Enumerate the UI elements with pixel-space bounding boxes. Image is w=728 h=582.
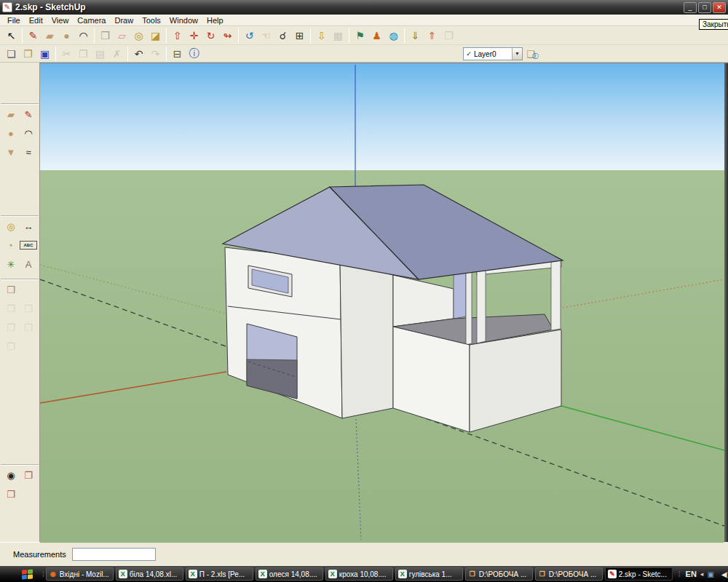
push-pull-tool[interactable]: ⇧	[169, 28, 186, 44]
tape-measure-tool[interactable]: ◎	[130, 28, 147, 44]
toolbar-separator	[22, 28, 23, 43]
task-excel-gulivska[interactable]: Xгулівська 1...	[395, 567, 463, 581]
orbit-tool[interactable]: ↺	[241, 28, 258, 44]
axes-tool[interactable]: ✳	[2, 255, 20, 274]
look-around-tool[interactable]: ◉	[2, 466, 20, 485]
palette-row: ●◠	[2, 124, 37, 143]
make-component-tool-icon: ❒	[100, 30, 110, 41]
language-indicator[interactable]: EN	[686, 570, 697, 578]
palette-row: ▼≈	[2, 143, 37, 162]
rectangle-tool[interactable]: ▰	[41, 28, 58, 44]
start-button[interactable]	[22, 569, 33, 579]
task-folder-robocha-2[interactable]: ❐D:\РОБОЧА ...	[535, 567, 603, 581]
open-button[interactable]: ❐	[20, 46, 36, 62]
windows-flag-pane	[22, 575, 27, 579]
tape-measure-tool[interactable]: ◎	[2, 217, 20, 236]
select-tool[interactable]: ↖	[3, 28, 20, 44]
eraser-tool[interactable]: ▱	[114, 28, 130, 44]
menu-draw[interactable]: Draw	[110, 16, 138, 25]
toolbar-separator	[238, 28, 239, 43]
zoom-extents-tool[interactable]: ⊞	[291, 28, 308, 44]
menu-window[interactable]: Window	[165, 16, 202, 25]
task-folder-robocha-1[interactable]: ❐D:\РОБОЧА ...	[465, 567, 533, 581]
undo-button[interactable]: ↶	[130, 46, 147, 62]
polygon-tool[interactable]: ▼	[2, 143, 20, 162]
share-model-tool[interactable]: ⇑	[424, 28, 440, 44]
get-models-tool-icon: ⇓	[411, 30, 420, 41]
chevron-down-icon[interactable]: ▼	[512, 48, 522, 60]
rectangle-tool[interactable]: ▰	[2, 105, 20, 124]
make-component-tool[interactable]: ❒	[97, 28, 114, 44]
get-current-view-tool[interactable]: ⇩	[313, 28, 330, 44]
volume-icon[interactable]: ◀))	[718, 570, 728, 578]
measurements-input[interactable]	[72, 548, 156, 561]
viewport-right-border	[724, 63, 728, 542]
zoom-extents-tool-icon: ⊞	[296, 30, 304, 41]
viewport	[40, 63, 728, 542]
model-info-button[interactable]: ⓘ	[186, 46, 202, 62]
photo-match-tool[interactable]: ⚑	[352, 28, 368, 44]
print-button[interactable]: ⊟	[169, 46, 186, 62]
task-label: D:\РОБОЧА ...	[549, 570, 596, 578]
save-button[interactable]: ▣	[36, 46, 53, 62]
tray-expand-icon[interactable]: ◂	[700, 570, 704, 578]
palette-row: ✳A	[2, 255, 37, 274]
windows-flag-pane	[22, 570, 27, 574]
layer-manager-button[interactable]: ❑ ⓘ	[523, 49, 539, 60]
section-cut-tool[interactable]: ❒	[2, 485, 20, 503]
line-tool[interactable]: ✎	[20, 105, 37, 124]
close-button[interactable]: ✕	[713, 2, 726, 13]
display-icon[interactable]: ▣	[707, 570, 713, 578]
menu-edit[interactable]: Edit	[25, 16, 47, 25]
protractor-tool[interactable]: ◔	[1, 236, 19, 255]
google-earth-tool[interactable]: ◍	[385, 28, 402, 44]
main-area: ▰✎●◠▼≈◎↔◔ABC✳A❒❐❒❐❒❐◉❐❒	[0, 63, 728, 542]
offset-tool[interactable]: ↬	[219, 28, 236, 44]
arc-tool[interactable]: ◠	[20, 124, 37, 143]
new-button-icon: ❏	[7, 48, 16, 60]
get-models-tool[interactable]: ⇓	[407, 28, 424, 44]
palette-section-3: ❒❐❒❐❒❐	[1, 279, 39, 356]
task-sketchup[interactable]: ✎2.skp - Sketc...	[605, 567, 673, 581]
select-tool-icon: ↖	[7, 30, 16, 41]
zoom-tool[interactable]: ☌	[274, 28, 291, 44]
text-tool[interactable]: ABC	[20, 241, 37, 250]
menu-view[interactable]: View	[47, 16, 74, 25]
menu-camera[interactable]: Camera	[73, 16, 110, 25]
system-tray: ⁞ EN ◂ ▣ ◀)) 14:58	[675, 570, 728, 578]
menu-tools[interactable]: Tools	[138, 16, 165, 25]
menu-file[interactable]: File	[3, 16, 25, 25]
cut-button-icon: ✂	[63, 48, 71, 60]
menu-help[interactable]: Help	[202, 16, 228, 25]
pan-tool[interactable]: ☜	[258, 28, 274, 44]
task-excel-p2[interactable]: XП - 2.xls [Ре...	[186, 567, 253, 581]
minimize-button[interactable]: _	[684, 2, 697, 13]
freehand-tool[interactable]: ≈	[20, 143, 37, 162]
rotate-tool[interactable]: ↻	[202, 28, 219, 44]
task-excel-olesya[interactable]: Xолеся 14,08....	[256, 567, 323, 581]
layer-dropdown[interactable]: ✓ Layer0 ▼	[463, 47, 523, 60]
circle-tool[interactable]: ●	[58, 28, 75, 44]
threed-text-tool[interactable]: A	[20, 255, 37, 274]
toolbar-separator	[310, 28, 311, 43]
split-tool: ❐	[2, 337, 20, 356]
line-tool[interactable]: ✎	[25, 28, 41, 44]
circle-tool[interactable]: ●	[2, 124, 20, 143]
task-excel-kroha[interactable]: Xкроха 10,08....	[325, 567, 393, 581]
outer-shell-tool[interactable]: ❒	[2, 280, 20, 299]
maximize-button[interactable]: □	[698, 2, 711, 13]
status-bar: Measurements	[0, 542, 728, 566]
move-tool[interactable]: ✛	[186, 28, 202, 44]
task-label: олеся 14,08....	[269, 570, 317, 578]
section-plane-tool[interactable]: ❐	[20, 466, 37, 485]
task-firefox[interactable]: ◉Вхідні - Mozil...	[46, 567, 114, 581]
place-model-tool[interactable]: ♟	[368, 28, 385, 44]
dimension-tool[interactable]: ↔	[20, 217, 37, 236]
paint-bucket-tool[interactable]: ◪	[147, 28, 164, 44]
task-excel-bila[interactable]: Xбіла 14,08.xl...	[116, 567, 183, 581]
arc-tool[interactable]: ◠	[75, 28, 92, 44]
viewport-canvas[interactable]	[40, 63, 724, 543]
palette-row: ❐❒	[2, 299, 37, 318]
new-button[interactable]: ❏	[3, 46, 20, 62]
rectangle-tool-icon: ▰	[46, 30, 54, 41]
